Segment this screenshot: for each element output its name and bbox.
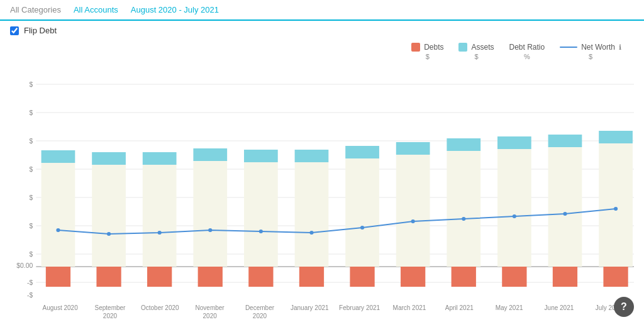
assets-swatch xyxy=(458,43,467,52)
svg-text:$: $ xyxy=(29,251,33,258)
asset-bar-9 xyxy=(447,138,480,151)
info-icon[interactable]: ℹ xyxy=(619,43,621,52)
bar-bg-8 xyxy=(396,155,430,267)
svg-text:$: $ xyxy=(29,194,33,201)
legend: Debts $ Assets $ Debt Ratio % Net Worth … xyxy=(10,40,634,63)
chart-svg: $ $ $ $ $ $ $ $0.00 -$ -$ xyxy=(10,65,634,301)
legend-assets-unit: $ xyxy=(474,53,478,60)
debt-bar-5 xyxy=(248,267,273,287)
asset-bar-11 xyxy=(548,135,582,147)
x-label-3: October 2020 xyxy=(138,304,182,320)
x-label-8: March 2021 xyxy=(387,304,431,320)
asset-bar-10 xyxy=(497,136,531,149)
debt-bar-4 xyxy=(198,267,223,287)
svg-text:$: $ xyxy=(29,166,33,173)
legend-debt-ratio: Debt Ratio % xyxy=(509,43,545,60)
flip-debt-row: Flip Debt xyxy=(0,21,644,40)
x-axis-labels: August 2020 September 2020 October 2020 … xyxy=(10,301,634,320)
bar-bg-2 xyxy=(92,165,126,267)
all-accounts-tab[interactable]: All Accounts xyxy=(74,5,118,14)
svg-text:$: $ xyxy=(29,138,33,145)
x-label-2: September 2020 xyxy=(88,304,132,320)
chart-container: Debts $ Assets $ Debt Ratio % Net Worth … xyxy=(0,40,644,317)
bar-bg-5 xyxy=(244,162,278,267)
legend-debts: Debts $ xyxy=(411,43,443,60)
bar-bg-10 xyxy=(497,149,531,267)
legend-debt-ratio-label: Debt Ratio xyxy=(509,43,545,52)
bar-bg-12 xyxy=(599,143,633,267)
legend-net-worth: Net Worth ℹ $ xyxy=(560,43,621,60)
asset-bar-8 xyxy=(396,142,430,155)
x-label-7: February 2021 xyxy=(338,304,382,320)
net-worth-dot-10 xyxy=(513,214,516,218)
net-worth-line xyxy=(58,209,616,234)
debt-bar-8 xyxy=(401,267,425,287)
bar-bg-6 xyxy=(295,162,329,267)
debt-bar-11 xyxy=(553,267,577,287)
debt-bar-7 xyxy=(350,267,374,287)
net-worth-dot-9 xyxy=(462,217,465,221)
all-categories-tab[interactable]: All Categories xyxy=(10,5,61,14)
x-label-10: May 2021 xyxy=(487,304,531,320)
svg-text:-$: -$ xyxy=(27,292,33,299)
bar-bg-11 xyxy=(548,147,582,267)
x-label-1: August 2020 xyxy=(38,304,82,320)
flip-debt-label: Flip Debt xyxy=(24,26,57,35)
debt-bar-2 xyxy=(96,267,121,287)
legend-net-worth-label: Net Worth xyxy=(581,43,615,52)
debt-bar-6 xyxy=(299,267,324,287)
legend-net-worth-unit: $ xyxy=(589,53,592,60)
x-label-4: November 2020 xyxy=(188,304,232,320)
bar-bg-7 xyxy=(345,158,379,267)
debt-bar-3 xyxy=(147,267,172,287)
svg-text:-$: -$ xyxy=(27,279,33,286)
net-worth-dot-3 xyxy=(158,231,162,235)
asset-bar-6 xyxy=(295,150,329,162)
legend-debts-unit: $ xyxy=(426,53,430,60)
bar-bg-3 xyxy=(143,165,177,267)
debt-bar-1 xyxy=(46,267,70,287)
net-worth-dot-12 xyxy=(614,207,618,211)
net-worth-dot-8 xyxy=(411,219,415,223)
help-button[interactable]: ? xyxy=(614,297,634,317)
debt-bar-9 xyxy=(452,267,476,287)
x-label-6: January 2021 xyxy=(287,304,331,320)
bar-bg-9 xyxy=(447,151,480,267)
asset-bar-7 xyxy=(345,146,379,158)
asset-bar-12 xyxy=(599,131,633,143)
net-worth-dot-4 xyxy=(208,228,212,232)
legend-debts-label: Debts xyxy=(424,43,443,52)
chart-area: $ $ $ $ $ $ $ $0.00 -$ -$ xyxy=(10,65,634,301)
bar-bg-1 xyxy=(42,163,75,267)
net-worth-dot-1 xyxy=(56,228,60,232)
asset-bar-1 xyxy=(42,150,75,163)
net-worth-dot-11 xyxy=(563,212,567,216)
x-label-5: December 2020 xyxy=(238,304,282,320)
legend-debt-ratio-unit: % xyxy=(524,53,530,60)
svg-text:$: $ xyxy=(29,223,33,230)
net-worth-dot-2 xyxy=(107,232,111,236)
date-range-tab[interactable]: August 2020 - July 2021 xyxy=(131,5,219,14)
net-worth-dot-7 xyxy=(360,226,364,230)
net-worth-dot-5 xyxy=(259,230,263,233)
net-worth-dot-6 xyxy=(309,231,313,235)
debt-bar-10 xyxy=(502,267,526,287)
x-label-9: April 2021 xyxy=(437,304,481,320)
debt-bar-12 xyxy=(603,267,628,287)
legend-assets-label: Assets xyxy=(471,43,494,52)
asset-bar-2 xyxy=(92,152,126,165)
asset-bar-4 xyxy=(193,148,227,161)
net-worth-swatch xyxy=(560,47,577,48)
svg-text:$0.00: $0.00 xyxy=(16,262,33,269)
flip-debt-checkbox[interactable] xyxy=(10,26,19,35)
asset-bar-3 xyxy=(143,152,177,165)
bar-bg-4 xyxy=(193,161,227,267)
svg-text:$: $ xyxy=(29,81,33,88)
top-bar: All Categories All Accounts August 2020 … xyxy=(0,0,644,21)
svg-text:$: $ xyxy=(29,109,33,116)
x-label-11: June 2021 xyxy=(537,304,581,320)
asset-bar-5 xyxy=(244,150,278,162)
debts-swatch xyxy=(411,43,420,52)
legend-assets: Assets $ xyxy=(458,43,494,60)
